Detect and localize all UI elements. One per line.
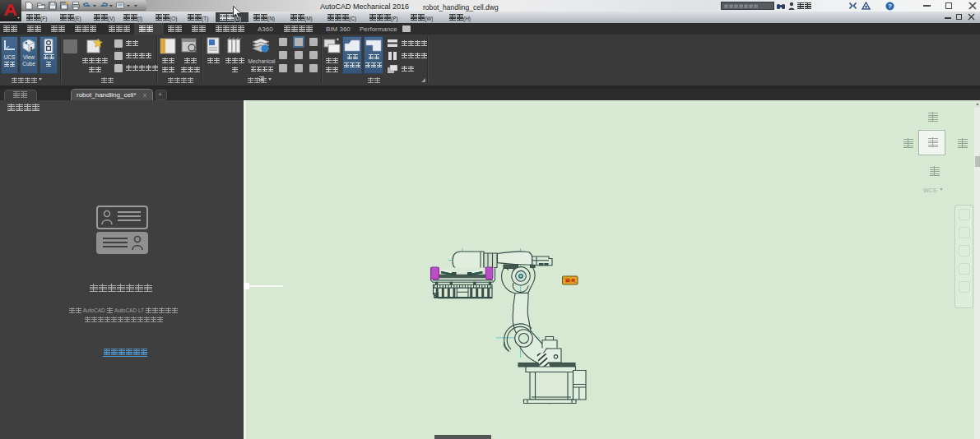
svg-text:?: ? xyxy=(888,2,892,10)
